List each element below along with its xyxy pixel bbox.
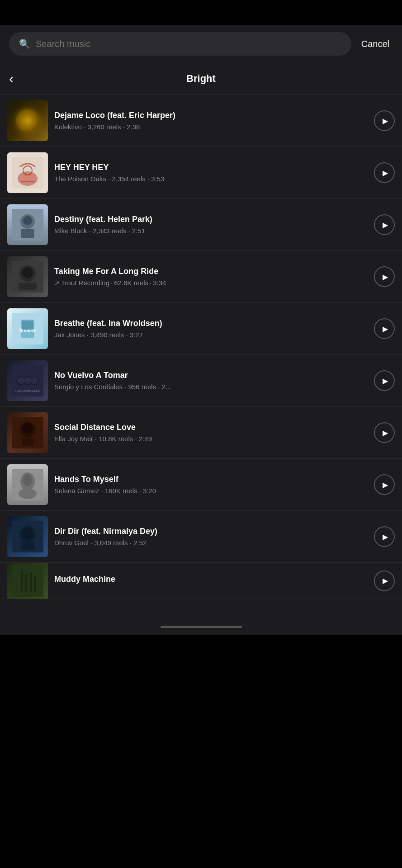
song-info: Breathe (feat. Ina Wroldsen) Jax Jones ·… [54, 319, 368, 339]
play-icon: ▶ [383, 221, 388, 229]
song-meta: ↗ Trout Recording · 62.6K reels · 3:34 [54, 279, 368, 287]
back-button[interactable]: ‹ [9, 72, 14, 85]
list-item[interactable]: Muddy Machine ▶ [0, 563, 402, 599]
list-item[interactable]: Social Distance Love Ella Joy Meir · 10.… [0, 407, 402, 459]
search-bar-container: 🔍 Cancel [0, 25, 402, 63]
album-art [7, 516, 48, 557]
song-meta: Dhruv Goel · 3,049 reels · 2:52 [54, 539, 368, 547]
svg-point-30 [19, 488, 37, 499]
playlist-title: Bright [186, 73, 216, 85]
search-icon: 🔍 [19, 38, 30, 49]
play-button[interactable]: ▶ [374, 474, 395, 495]
svg-rect-40 [34, 576, 36, 592]
play-button[interactable]: ▶ [374, 571, 395, 591]
song-meta: The Poison Oaks · 2,354 reels · 3:53 [54, 175, 368, 183]
svg-point-26 [22, 423, 33, 434]
song-info: HEY HEY HEY The Poison Oaks · 2,354 reel… [54, 163, 368, 183]
list-item[interactable]: Dejame Loco (feat. Eric Harper) Kolektiv… [0, 95, 402, 147]
play-icon: ▶ [383, 576, 388, 585]
song-info: No Vuelvo A Tomar Sergio y Los Cordiales… [54, 371, 368, 391]
song-meta: Mike Block · 2,343 reels · 2:51 [54, 227, 368, 235]
list-item[interactable]: breathe Breathe (feat. Ina Wroldsen) Jax… [0, 303, 402, 355]
play-button[interactable]: ▶ [374, 266, 395, 287]
svg-rect-37 [21, 570, 23, 592]
list-item[interactable]: Hands To Myself Selena Gomez · 160K reel… [0, 459, 402, 511]
list-item[interactable]: Dir Dir (feat. Nirmalya Dey) Dhruv Goel … [0, 511, 402, 563]
album-art [7, 464, 48, 505]
list-item[interactable]: HEY HEY HEY The Poison Oaks · 2,354 reel… [0, 147, 402, 199]
song-title: Hands To Myself [54, 475, 368, 484]
song-title: Dejame Loco (feat. Eric Harper) [54, 111, 368, 120]
svg-rect-36 [12, 565, 43, 597]
song-title: Destiny (feat. Helen Park) [54, 215, 368, 224]
song-title: Muddy Machine [54, 575, 368, 584]
song-title: Taking Me For A Long Ride [54, 267, 368, 276]
album-art [7, 563, 48, 599]
svg-point-22 [31, 377, 38, 384]
svg-rect-27 [22, 438, 33, 446]
play-button[interactable]: ▶ [374, 318, 395, 339]
play-button[interactable]: ▶ [374, 110, 395, 131]
songs-list: Dejame Loco (feat. Eric Harper) Kolektiv… [0, 95, 402, 599]
album-art [7, 412, 48, 453]
song-meta: Ella Joy Meir · 10.8K reels · 2:49 [54, 435, 368, 443]
cancel-button[interactable]: Cancel [358, 37, 393, 51]
album-art: LOS CORDIALES [7, 360, 48, 401]
search-input[interactable] [36, 39, 341, 49]
trending-icon: ↗ [54, 279, 60, 287]
svg-point-31 [23, 474, 32, 486]
svg-rect-15 [22, 321, 33, 330]
album-art [7, 152, 48, 193]
song-title: Social Distance Love [54, 423, 368, 432]
playlist-header: ‹ Bright [0, 63, 402, 95]
list-item[interactable]: LOS CORDIALES No Vuelvo A Tomar Sergio y… [0, 355, 402, 407]
play-button[interactable]: ▶ [374, 162, 395, 183]
album-art [7, 256, 48, 297]
album-art: breathe [7, 308, 48, 349]
play-button[interactable]: ▶ [374, 526, 395, 547]
play-button[interactable]: ▶ [374, 422, 395, 443]
top-bar [0, 0, 402, 25]
song-meta: Selena Gomez · 160K reels · 3:20 [54, 487, 368, 495]
svg-point-34 [22, 528, 33, 539]
svg-rect-6 [21, 229, 34, 238]
svg-rect-35 [21, 542, 34, 550]
svg-point-7 [23, 216, 32, 225]
play-icon: ▶ [383, 117, 388, 125]
song-info: Hands To Myself Selena Gomez · 160K reel… [54, 475, 368, 495]
song-info: Dir Dir (feat. Nirmalya Dey) Dhruv Goel … [54, 527, 368, 547]
play-icon: ▶ [383, 377, 388, 385]
song-title: HEY HEY HEY [54, 163, 368, 172]
svg-point-10 [22, 267, 33, 278]
song-info: Taking Me For A Long Ride ↗ Trout Record… [54, 267, 368, 287]
play-button[interactable]: ▶ [374, 214, 395, 235]
home-indicator [161, 626, 242, 628]
song-title: Dir Dir (feat. Nirmalya Dey) [54, 527, 368, 536]
bottom-indicator [0, 599, 402, 635]
search-input-wrapper[interactable]: 🔍 [9, 32, 351, 56]
song-meta: Kolektivo · 3,260 reels · 2:38 [54, 123, 368, 131]
play-icon: ▶ [383, 481, 388, 489]
song-info: Dejame Loco (feat. Eric Harper) Kolektiv… [54, 111, 368, 131]
play-icon: ▶ [383, 533, 388, 541]
list-item[interactable]: Taking Me For A Long Ride ↗ Trout Record… [0, 251, 402, 303]
svg-point-20 [17, 377, 24, 384]
song-info: Muddy Machine [54, 575, 368, 587]
svg-text:LOS CORDIALES: LOS CORDIALES [15, 389, 41, 392]
play-button[interactable]: ▶ [374, 370, 395, 391]
svg-point-21 [24, 377, 31, 384]
song-info: Social Distance Love Ella Joy Meir · 10.… [54, 423, 368, 443]
play-icon: ▶ [383, 169, 388, 177]
song-meta: Jax Jones · 3,490 reels · 3:27 [54, 331, 368, 339]
play-icon: ▶ [383, 273, 388, 281]
svg-rect-39 [30, 572, 32, 592]
song-info: Destiny (feat. Helen Park) Mike Block · … [54, 215, 368, 235]
song-title: No Vuelvo A Tomar [54, 371, 368, 380]
svg-rect-11 [19, 283, 37, 290]
play-icon: ▶ [383, 429, 388, 437]
song-title: Breathe (feat. Ina Wroldsen) [54, 319, 368, 328]
album-art [7, 204, 48, 245]
song-meta: Sergio y Los Cordiales · 956 reels · 2..… [54, 383, 368, 391]
list-item[interactable]: Destiny (feat. Helen Park) Mike Block · … [0, 199, 402, 251]
svg-point-1 [18, 171, 38, 186]
